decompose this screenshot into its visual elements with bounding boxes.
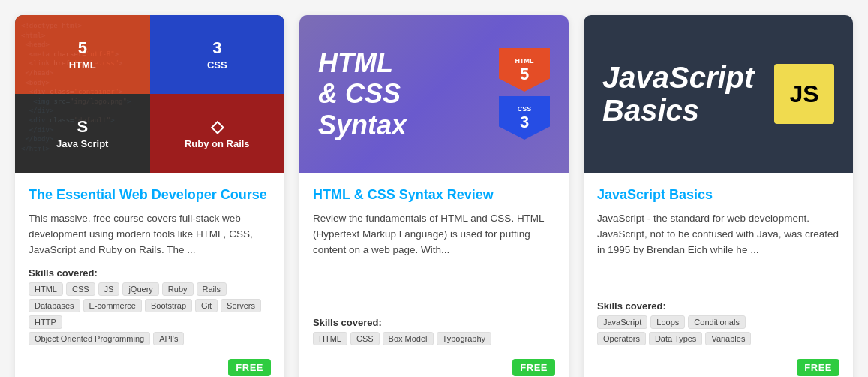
html-icon: 5 (78, 38, 87, 58)
tag-js: JS (98, 282, 120, 296)
card-image-1: <!doctype html> <html> <head> <meta char… (15, 15, 284, 173)
tag-apis: API's (153, 332, 184, 345)
card-title-1[interactable]: The Essential Web Developer Course (29, 186, 271, 204)
card-content-3: JavaScript Basics JavaScript - the stand… (584, 173, 853, 377)
tags-row-3b: Operators Data Types Variables (597, 332, 839, 345)
html-css-syntax-text: HTML& CSSSyntax (318, 47, 407, 140)
html-shield-badge: HTML 5 (499, 48, 550, 92)
tag3-conditionals: Conditionals (688, 315, 746, 329)
tag-oop: Object Oriented Programming (29, 332, 150, 345)
card-description-2: Review the fundamentals of HTML and CSS.… (313, 211, 555, 308)
tag-html: HTML (29, 282, 63, 296)
tag-http: HTTP (29, 315, 62, 329)
html-badge-num: 5 (520, 66, 529, 83)
tag-rails: Rails (197, 282, 227, 296)
course-card-1[interactable]: <!doctype html> <html> <head> <meta char… (15, 15, 284, 377)
tag2-css: CSS (350, 332, 380, 345)
free-badge-1: FREE (228, 359, 271, 376)
tag-ruby: Ruby (162, 282, 194, 296)
free-badge-2: FREE (512, 359, 555, 376)
tags-row-3a: JavaScript Loops Conditionals (597, 315, 839, 329)
card-description-3: JavaScript - the standard for web develo… (597, 211, 839, 291)
tag2-typography: Typography (437, 332, 491, 345)
skills-row-3: Skills covered: JavaScript Loops Conditi… (597, 300, 839, 348)
free-badge-container-1: FREE (29, 359, 271, 376)
tag3-variables: Variables (705, 332, 751, 345)
js-icon: S (77, 117, 88, 137)
css-tile: 3 CSS (150, 15, 285, 94)
tag-servers: Servers (221, 299, 261, 312)
tag3-operators: Operators (597, 332, 646, 345)
free-badge-container-2: FREE (313, 359, 555, 376)
ruby-tile: ◇ Ruby on Rails (150, 94, 285, 173)
css-icon: 3 (212, 38, 221, 58)
css-shield-badge: CSS 3 (499, 96, 550, 140)
card-content-1: The Essential Web Developer Course This … (15, 173, 284, 377)
tag-css: CSS (66, 282, 95, 296)
tags-row-1: HTML CSS JS jQuery Ruby Rails (29, 282, 271, 296)
ruby-icon: ◇ (211, 117, 224, 137)
tag-ecommerce: E-commerce (83, 299, 142, 312)
card-description-1: This massive, free course covers full-st… (29, 211, 271, 258)
card-title-2[interactable]: HTML & CSS Syntax Review (313, 186, 555, 204)
css-badge-num: 3 (520, 114, 529, 131)
js-title-text: JavaScriptBasics (602, 61, 754, 127)
html-badge-label: HTML (515, 58, 534, 65)
course-card-2[interactable]: HTML& CSSSyntax HTML 5 CSS 3 HTML & CSS … (299, 15, 569, 377)
html-label: HTML (69, 59, 96, 71)
course-card-3[interactable]: JavaScriptBasics JS JavaScript Basics Ja… (584, 15, 853, 377)
tags-row-1b: Databases E-commerce Bootstrap Git Serve… (29, 299, 271, 329)
cards-container: <!doctype html> <html> <head> <meta char… (15, 15, 853, 377)
card-image-2: HTML& CSSSyntax HTML 5 CSS 3 (299, 15, 569, 173)
tag3-loops: Loops (650, 315, 685, 329)
tag-bootstrap: Bootstrap (145, 299, 192, 312)
js-label: Java Script (56, 138, 108, 149)
tags-row-2: HTML CSS Box Model Typography (313, 332, 555, 345)
skills-label-1: Skills covered: (29, 267, 271, 279)
tag3-datatypes: Data Types (649, 332, 702, 345)
css-badge-label: CSS (518, 106, 532, 113)
skills-label-2: Skills covered: (313, 317, 555, 328)
tag-jquery: jQuery (122, 282, 158, 296)
tags-row-1c: Object Oriented Programming API's (29, 332, 271, 345)
js-tile: S Java Script (15, 94, 150, 173)
tag3-javascript: JavaScript (597, 315, 647, 329)
card-content-2: HTML & CSS Syntax Review Review the fund… (299, 173, 569, 377)
skills-row-1: Skills covered: HTML CSS JS jQuery Ruby … (29, 267, 271, 348)
skills-row-2: Skills covered: HTML CSS Box Model Typog… (313, 317, 555, 348)
js-badge: JS (774, 64, 834, 124)
html-css-icons: HTML 5 CSS 3 (499, 48, 550, 140)
card-title-3[interactable]: JavaScript Basics (597, 186, 839, 204)
tag-databases: Databases (29, 299, 80, 312)
css-label: CSS (207, 59, 227, 71)
tag-git: Git (195, 299, 218, 312)
tag2-html: HTML (313, 332, 347, 345)
card-image-3: JavaScriptBasics JS (584, 15, 853, 173)
free-badge-3: FREE (797, 359, 839, 376)
ruby-label: Ruby on Rails (185, 138, 250, 149)
html-tile: 5 HTML (15, 15, 150, 94)
tag2-boxmodel: Box Model (383, 332, 434, 345)
skills-label-3: Skills covered: (597, 300, 839, 312)
free-badge-container-3: FREE (597, 359, 839, 376)
